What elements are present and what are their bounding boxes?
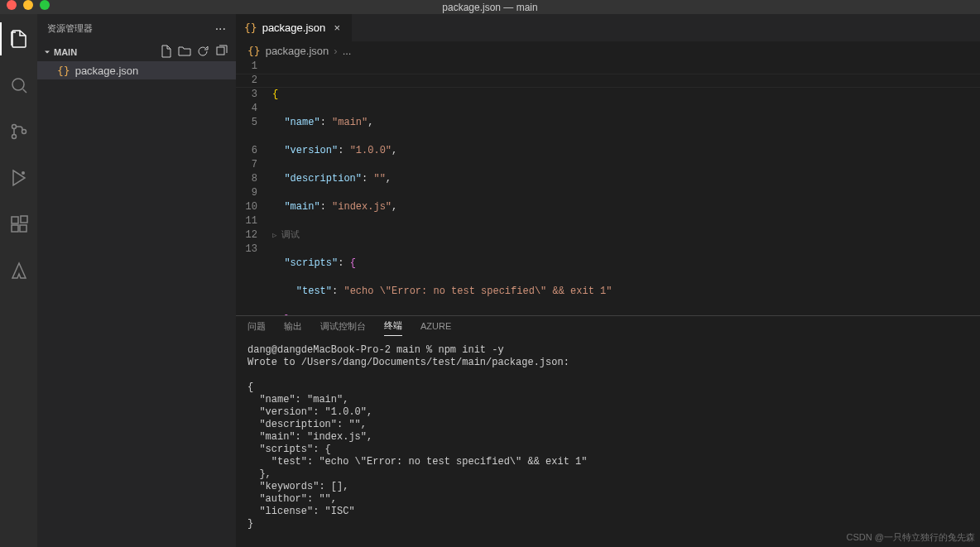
svg-point-3 bbox=[22, 130, 26, 134]
sidebar-header: 资源管理器 ··· bbox=[37, 14, 236, 43]
breadcrumbs[interactable]: {} package.json › ... bbox=[236, 41, 980, 60]
editor-area: {} package.json × {} package.json › ... … bbox=[236, 14, 980, 547]
tab-debug-console[interactable]: 调试控制台 bbox=[320, 320, 366, 336]
json-file-icon: {} bbox=[244, 22, 257, 34]
code-content[interactable]: { "name": "main", "version": "1.0.0", "d… bbox=[272, 60, 980, 315]
svg-point-2 bbox=[12, 135, 16, 139]
breadcrumb-file: package.json bbox=[266, 45, 329, 57]
tab-package-json[interactable]: {} package.json × bbox=[236, 14, 352, 41]
code-editor[interactable]: 1 2 3 4 5 6 7 8 9 10 11 12 13 { "name": … bbox=[236, 60, 980, 315]
explorer-icon[interactable] bbox=[0, 22, 37, 55]
collapse-all-icon[interactable] bbox=[214, 45, 228, 60]
svg-rect-5 bbox=[12, 217, 18, 223]
window-title: package.json — main bbox=[442, 2, 537, 13]
explorer-sidebar: 资源管理器 ··· MAIN {} package.json bbox=[37, 14, 236, 547]
svg-point-1 bbox=[12, 125, 16, 129]
titlebar: package.json — main bbox=[0, 0, 980, 14]
terminal-output: dang@dangdeMacBook-Pro-2 main % npm init… bbox=[247, 344, 587, 547]
bottom-panel: 问题 输出 调试控制台 终端 AZURE dang@dangdeMacBook-… bbox=[236, 315, 980, 547]
refresh-icon[interactable] bbox=[196, 45, 209, 60]
breadcrumb-rest: ... bbox=[343, 45, 352, 57]
svg-rect-7 bbox=[20, 225, 26, 232]
svg-rect-9 bbox=[217, 47, 224, 55]
tab-terminal[interactable]: 终端 bbox=[384, 319, 402, 336]
tab-output[interactable]: 输出 bbox=[284, 320, 302, 336]
watermark: CSDN @一只特立独行的兔先森 bbox=[847, 531, 975, 544]
svg-point-4 bbox=[22, 171, 25, 175]
svg-rect-8 bbox=[21, 216, 27, 223]
sidebar-more-icon[interactable]: ··· bbox=[215, 22, 226, 36]
svg-point-0 bbox=[12, 79, 24, 90]
panel-tabs: 问题 输出 调试控制台 终端 AZURE bbox=[236, 316, 980, 339]
chevron-right-icon: › bbox=[334, 45, 337, 57]
close-window-button[interactable] bbox=[7, 0, 17, 10]
azure-icon[interactable] bbox=[0, 254, 37, 287]
tab-azure[interactable]: AZURE bbox=[420, 321, 451, 334]
terminal[interactable]: dang@dangdeMacBook-Pro-2 main % npm init… bbox=[236, 339, 980, 547]
activity-bar bbox=[0, 14, 37, 547]
svg-rect-6 bbox=[12, 225, 18, 232]
folder-name: MAIN bbox=[54, 47, 77, 57]
json-file-icon: {} bbox=[247, 45, 261, 57]
file-item-package-json[interactable]: {} package.json bbox=[37, 61, 236, 79]
run-debug-icon[interactable] bbox=[0, 161, 37, 194]
file-name: package.json bbox=[75, 65, 139, 77]
search-icon[interactable] bbox=[0, 69, 37, 102]
chevron-down-icon bbox=[41, 47, 54, 57]
line-numbers: 1 2 3 4 5 6 7 8 9 10 11 12 13 bbox=[236, 60, 272, 315]
tab-problems[interactable]: 问题 bbox=[247, 320, 266, 336]
folder-header[interactable]: MAIN bbox=[37, 43, 236, 61]
tab-label: package.json bbox=[262, 22, 326, 34]
debug-codelens[interactable]: 调试 bbox=[272, 228, 980, 242]
maximize-window-button[interactable] bbox=[40, 0, 50, 10]
new-file-icon[interactable] bbox=[160, 45, 173, 60]
new-folder-icon[interactable] bbox=[178, 45, 191, 60]
source-control-icon[interactable] bbox=[0, 115, 37, 148]
editor-tabs: {} package.json × bbox=[236, 14, 980, 41]
minimize-window-button[interactable] bbox=[23, 0, 33, 10]
window-controls bbox=[7, 0, 50, 10]
close-icon[interactable]: × bbox=[330, 22, 343, 34]
sidebar-title: 资源管理器 bbox=[47, 22, 93, 35]
extensions-icon[interactable] bbox=[0, 208, 37, 241]
json-file-icon: {} bbox=[57, 65, 70, 77]
